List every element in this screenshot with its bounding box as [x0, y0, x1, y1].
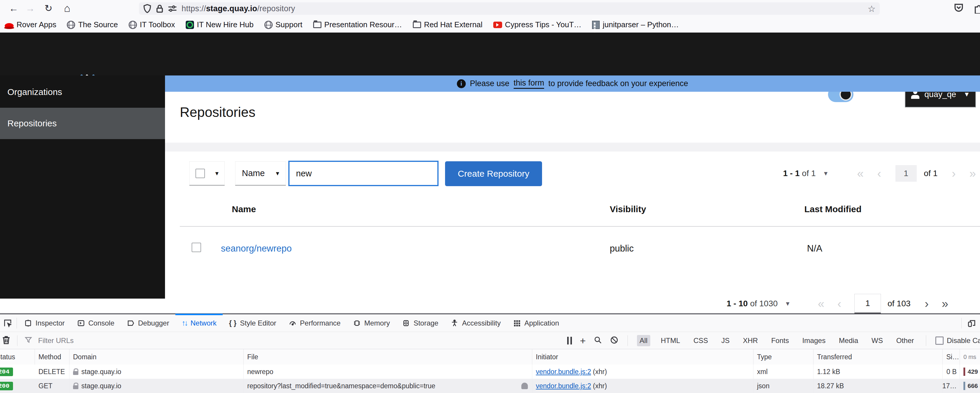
col-transferred[interactable]: Transferred: [813, 349, 943, 364]
repository-search-input[interactable]: [288, 161, 439, 186]
search-icon[interactable]: [594, 336, 602, 345]
pick-element-icon[interactable]: [0, 314, 15, 332]
col-file[interactable]: File: [244, 349, 532, 364]
filter-field-dropdown[interactable]: Name ▾: [235, 161, 286, 185]
bulk-select-checkbox[interactable]: [196, 169, 205, 178]
prev-page-button[interactable]: ‹: [877, 168, 881, 179]
disable-cache-checkbox[interactable]: [935, 337, 943, 345]
first-page-button[interactable]: «: [818, 298, 824, 310]
col-size[interactable]: Si…: [943, 349, 960, 364]
feedback-form-link[interactable]: this form: [514, 78, 544, 89]
bookmark-rover-apps[interactable]: Rover Apps: [5, 20, 56, 29]
tab-accessibility[interactable]: Accessibility: [444, 314, 507, 332]
file-cell: newrepo: [244, 364, 532, 379]
next-page-button[interactable]: ›: [925, 298, 929, 310]
per-page-dropdown-icon[interactable]: ▼: [785, 300, 791, 307]
column-header-visibility[interactable]: Visibility: [610, 204, 646, 214]
tab-console[interactable]: Console: [71, 314, 121, 332]
shield-icon[interactable]: [143, 4, 151, 13]
col-status[interactable]: Status: [0, 349, 35, 364]
block-icon[interactable]: [610, 336, 618, 345]
filter-type-ws[interactable]: WS: [869, 335, 886, 346]
back-button[interactable]: ←: [7, 2, 20, 14]
page-title: Repositories: [180, 104, 256, 120]
page-number-input[interactable]: 1: [854, 294, 881, 313]
next-page-button[interactable]: ›: [952, 168, 956, 179]
pause-icon[interactable]: [567, 337, 572, 345]
col-waterfall[interactable]: 0 ms: [960, 349, 980, 364]
divider: [961, 318, 962, 329]
docs-icon: [592, 21, 600, 29]
filter-field-value: Name: [242, 168, 265, 178]
initiator-link[interactable]: vendor.bundle.js:2: [536, 368, 591, 376]
col-domain[interactable]: Domain: [70, 349, 244, 364]
filter-type-other[interactable]: Other: [894, 335, 917, 346]
row-checkbox[interactable]: [192, 243, 201, 252]
bookmark-cypress-tips[interactable]: Cypress Tips - YouT…: [493, 20, 582, 29]
extensions-puzzle-icon[interactable]: [974, 3, 980, 14]
pagination-top: 1 - 1 of 1 ▼ « ‹ 1 of 1 › »: [783, 165, 976, 182]
transferred-cell: 1.12 kB: [813, 364, 943, 379]
tab-network[interactable]: ↑↓ Network: [175, 314, 223, 332]
bookmark-it-toolbox[interactable]: IT Toolbox: [129, 20, 175, 29]
tab-performance[interactable]: Performance: [282, 314, 347, 332]
prev-page-button[interactable]: ‹: [837, 298, 841, 310]
column-header-name[interactable]: Name: [232, 204, 256, 214]
forward-button[interactable]: →: [24, 2, 37, 14]
filter-type-images[interactable]: Images: [800, 335, 828, 346]
filter-type-css[interactable]: CSS: [691, 335, 711, 346]
network-request-row[interactable]: 200 GET stage.quay.io repository?last_mo…: [0, 379, 980, 393]
refresh-button[interactable]: ↻: [42, 2, 55, 14]
sidebar-item-repositories[interactable]: Repositories: [0, 108, 165, 139]
initiator-link[interactable]: vendor.bundle.js:2: [536, 382, 591, 390]
responsive-design-mode-icon[interactable]: [963, 314, 980, 332]
bookmark-support[interactable]: Support: [264, 20, 302, 29]
new-request-icon[interactable]: +: [580, 335, 586, 347]
chevron-down-icon: ▾: [276, 169, 279, 177]
bookmark-red-hat-external-folder[interactable]: Red Hat External: [413, 20, 483, 29]
memory-icon: [353, 319, 361, 327]
last-page-button[interactable]: »: [969, 168, 976, 179]
status-badge: 200: [0, 382, 13, 390]
column-header-last-modified[interactable]: Last Modified: [804, 204, 861, 214]
bookmark-the-source[interactable]: The Source: [67, 20, 118, 29]
tab-storage[interactable]: Storage: [396, 314, 444, 332]
bookmark-presentation-resources-folder[interactable]: Presentation Resour…: [313, 20, 402, 29]
filter-type-all[interactable]: All: [637, 335, 650, 346]
col-initiator[interactable]: Initiator: [532, 349, 754, 364]
divider: [926, 335, 926, 346]
bookmark-it-new-hire-hub[interactable]: IT New Hire Hub: [186, 20, 254, 29]
tab-inspector[interactable]: Inspector: [18, 314, 71, 332]
tab-memory[interactable]: Memory: [347, 314, 396, 332]
bookmark-star-icon[interactable]: ☆: [868, 3, 876, 14]
tab-debugger[interactable]: Debugger: [121, 314, 175, 332]
home-button[interactable]: ⌂: [60, 2, 74, 14]
sidebar-item-organizations[interactable]: Organizations: [0, 76, 165, 108]
filter-type-media[interactable]: Media: [836, 335, 861, 346]
storage-icon: [402, 319, 410, 327]
network-request-row[interactable]: 204 DELETE stage.quay.io newrepo vendor.…: [0, 364, 980, 379]
url-bar[interactable]: https://stage.quay.io/repository ☆: [139, 2, 880, 15]
bulk-select-dropdown[interactable]: ▾: [189, 161, 225, 185]
bookmark-junitparser[interactable]: junitparser – Python…: [592, 20, 679, 29]
col-type[interactable]: Type: [754, 349, 813, 364]
per-page-dropdown-icon[interactable]: ▼: [823, 170, 829, 177]
create-repository-button[interactable]: Create Repository: [445, 161, 542, 186]
banner-text-prefix: Please use: [470, 79, 509, 88]
filter-urls-input[interactable]: [38, 337, 186, 345]
pocket-icon[interactable]: [954, 3, 964, 13]
filter-type-js[interactable]: JS: [719, 335, 732, 346]
first-page-button[interactable]: «: [857, 168, 864, 179]
page-number-input[interactable]: 1: [896, 165, 917, 182]
permissions-icon[interactable]: [168, 5, 177, 12]
tab-application[interactable]: Application: [507, 314, 565, 332]
clear-requests-icon[interactable]: [2, 335, 10, 346]
last-page-button[interactable]: »: [942, 298, 948, 310]
tab-style-editor[interactable]: { } Style Editor: [223, 314, 282, 332]
filter-type-html[interactable]: HTML: [658, 335, 683, 346]
filter-type-fonts[interactable]: Fonts: [768, 335, 792, 346]
lock-icon[interactable]: [156, 4, 163, 13]
repository-link[interactable]: seanorg/newrepo: [221, 243, 292, 254]
filter-type-xhr[interactable]: XHR: [740, 335, 760, 346]
col-method[interactable]: Method: [35, 349, 70, 364]
